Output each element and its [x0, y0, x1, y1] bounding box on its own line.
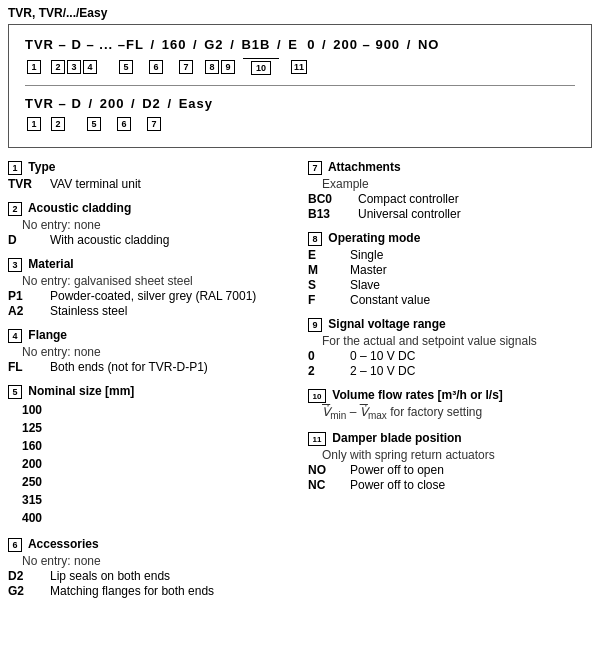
section-num-3: 3: [8, 258, 22, 272]
entry-val-tvr: VAV terminal unit: [50, 177, 141, 191]
section-num-10: 10: [308, 389, 326, 403]
section-accessories: 6 Accessories No entry: none D2 Lip seal…: [8, 537, 292, 598]
num-box-4: 4: [83, 60, 97, 74]
section-type: 1 Type TVR VAV terminal unit: [8, 160, 292, 191]
section-title-7: Attachments: [325, 160, 401, 174]
num-box-r2-1: 1: [27, 117, 41, 131]
content-area: 1 Type TVR VAV terminal unit 2 Acoustic …: [0, 156, 600, 616]
section-operating: 8 Operating mode E Single M Master S Sla…: [308, 231, 592, 307]
entry-val-damper-desc: Only with spring return actuators: [322, 448, 495, 462]
entry-key-no: NO: [308, 463, 350, 477]
num-box-11: 11: [291, 60, 307, 74]
left-column: 1 Type TVR VAV terminal unit 2 Acoustic …: [8, 160, 300, 608]
num-box-10: 10: [251, 61, 271, 75]
num-box-r2-5: 5: [87, 117, 101, 131]
section-num-9: 9: [308, 318, 322, 332]
code-line-1: TVR – D – ... –FL / 160 / G2 / B1B / E 0…: [25, 37, 575, 52]
size-100: 100: [22, 401, 292, 419]
section-title-3: Material: [25, 257, 74, 271]
size-200: 200: [22, 455, 292, 473]
num-box-6: 6: [149, 60, 163, 74]
entry-key-f: F: [308, 293, 350, 307]
section-title-6: Accessories: [25, 537, 99, 551]
num-box-8: 8: [205, 60, 219, 74]
entry-val-m: Master: [350, 263, 387, 277]
entry-val-nc: Power off to close: [350, 478, 445, 492]
num-box-9: 9: [221, 60, 235, 74]
section-attachments: 7 Attachments Example BC0 Compact contro…: [308, 160, 592, 221]
section-title-5: Nominal size [mm]: [25, 384, 134, 398]
num-boxes-row1: 1 2 3 4 5 6 7 8 9 10 11: [25, 58, 575, 75]
section-flange: 4 Flange No entry: none FL Both ends (no…: [8, 328, 292, 374]
entry-val-a2: Stainless steel: [50, 304, 127, 318]
entry-key-d: D: [8, 233, 50, 247]
section-acoustic: 2 Acoustic cladding No entry: none D Wit…: [8, 201, 292, 247]
num-box-r2-2: 2: [51, 117, 65, 131]
entry-val-d2: Lip seals on both ends: [50, 569, 170, 583]
entry-val-2: 2 – 10 V DC: [350, 364, 415, 378]
section-num-1: 1: [8, 161, 22, 175]
section-title-4: Flange: [25, 328, 67, 342]
entry-key-2: 2: [308, 364, 350, 378]
num-box-r2-7: 7: [147, 117, 161, 131]
section-signal: 9 Signal voltage range For the actual an…: [308, 317, 592, 378]
entry-val-s: Slave: [350, 278, 380, 292]
section-material: 3 Material No entry: galvanised sheet st…: [8, 257, 292, 318]
num-box-3: 3: [67, 60, 81, 74]
section-title-11: Damper blade position: [329, 431, 462, 445]
entry-val-bc0: Compact controller: [358, 192, 459, 206]
section-title-2: Acoustic cladding: [25, 201, 131, 215]
entry-key-b13: B13: [308, 207, 358, 221]
page-title: TVR, TVR/.../Easy: [0, 0, 600, 24]
entry-val-no: Power off to open: [350, 463, 444, 477]
section-num-8: 8: [308, 232, 322, 246]
entry-val-g2: Matching flanges for both ends: [50, 584, 214, 598]
code-line-2: TVR – D / 200 / D2 / Easy: [25, 96, 575, 111]
entry-key-tvr: TVR: [8, 177, 50, 191]
entry-key-e: E: [308, 248, 350, 262]
size-315: 315: [22, 491, 292, 509]
section-num-11: 11: [308, 432, 326, 446]
section-num-6: 6: [8, 538, 22, 552]
entry-val-example: Example: [322, 177, 369, 191]
entry-val-signal-desc: For the actual and setpoint value signal…: [322, 334, 537, 348]
section-title-9: Signal voltage range: [325, 317, 446, 331]
num-box-1: 1: [27, 60, 41, 74]
section-nominal: 5 Nominal size [mm] 100 125 160 200 250 …: [8, 384, 292, 527]
right-column: 7 Attachments Example BC0 Compact contro…: [300, 160, 592, 608]
entry-val-f: Constant value: [350, 293, 430, 307]
size-400: 400: [22, 509, 292, 527]
size-250: 250: [22, 473, 292, 491]
num-box-r2-6: 6: [117, 117, 131, 131]
entry-key-bc0: BC0: [308, 192, 358, 206]
section-num-2: 2: [8, 202, 22, 216]
section-title-1: Type: [25, 160, 55, 174]
entry-val-noentry-mat: No entry: galvanised sheet steel: [22, 274, 193, 288]
section-num-7: 7: [308, 161, 322, 175]
num-boxes-row2: 1 2 5 6 7: [25, 117, 575, 131]
num-box-2: 2: [51, 60, 65, 74]
entry-val-volume-desc: V̇min – V̇max for factory setting: [322, 405, 482, 421]
section-num-5: 5: [8, 385, 22, 399]
entry-val-fl: Both ends (not for TVR-D-P1): [50, 360, 208, 374]
size-125: 125: [22, 419, 292, 437]
entry-val-d: With acoustic cladding: [50, 233, 169, 247]
entry-key-fl: FL: [8, 360, 50, 374]
entry-val-noentry-acc: No entry: none: [22, 554, 101, 568]
entry-key-nc: NC: [308, 478, 350, 492]
size-160: 160: [22, 437, 292, 455]
section-num-4: 4: [8, 329, 22, 343]
section-damper: 11 Damper blade position Only with sprin…: [308, 431, 592, 492]
section-volume: 10 Volume flow rates [m³/h or l/s] V̇min…: [308, 388, 592, 421]
entry-key-p1: P1: [8, 289, 50, 303]
entry-key-g2: G2: [8, 584, 50, 598]
entry-key-0: 0: [308, 349, 350, 363]
entry-val-noentry-ac: No entry: none: [22, 218, 101, 232]
num-box-7: 7: [179, 60, 193, 74]
num-box-5: 5: [119, 60, 133, 74]
entry-key-s: S: [308, 278, 350, 292]
section-title-10: Volume flow rates [m³/h or l/s]: [329, 388, 503, 402]
entry-val-noentry-fl: No entry: none: [22, 345, 101, 359]
diagram-box: TVR – D – ... –FL / 160 / G2 / B1B / E 0…: [8, 24, 592, 148]
entry-val-p1: Powder-coated, silver grey (RAL 7001): [50, 289, 256, 303]
